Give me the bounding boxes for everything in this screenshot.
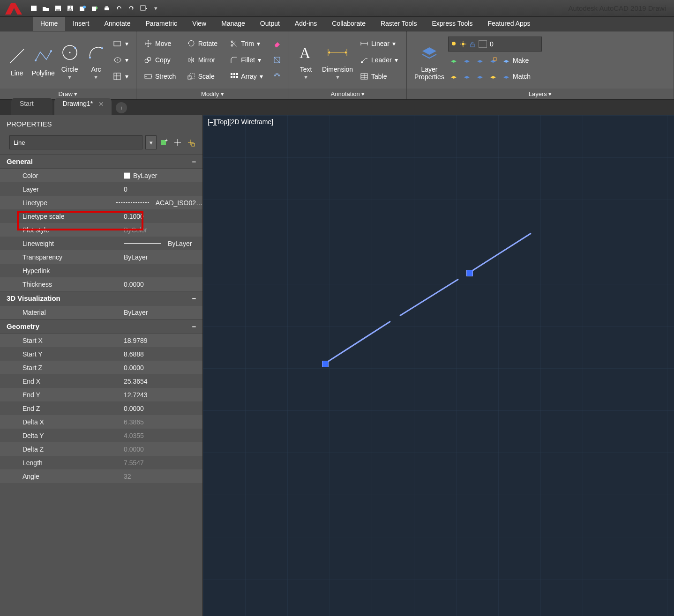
redo-icon[interactable] <box>126 3 137 14</box>
prop-deltay[interactable]: Delta Y4.0355 <box>0 429 202 442</box>
prop-material[interactable]: MaterialByLayer <box>0 305 202 319</box>
doctab-drawing1[interactable]: Drawing1*✕ <box>54 98 112 115</box>
copy-button[interactable]: Copy <box>142 53 181 67</box>
layer-d-button[interactable] <box>487 69 499 83</box>
qat-more-icon[interactable] <box>138 3 149 14</box>
plot-icon[interactable] <box>89 3 100 14</box>
web-icon[interactable] <box>77 3 88 14</box>
prop-deltax[interactable]: Delta X6.3865 <box>0 415 202 429</box>
panel-layers-title[interactable]: Layers ▾ <box>407 89 674 99</box>
tab-home[interactable]: Home <box>33 17 65 31</box>
prop-lineweight[interactable]: LineweightByLayer <box>0 237 202 250</box>
tab-express[interactable]: Express Tools <box>424 17 480 31</box>
close-icon[interactable]: ✕ <box>98 100 104 108</box>
qselect-icon[interactable] <box>186 137 196 148</box>
selected-line[interactable] <box>203 115 672 584</box>
selection-type-dropdown[interactable]: Line <box>9 135 142 149</box>
save-icon[interactable] <box>52 3 64 14</box>
drawing-canvas[interactable]: [–][Top][2D Wireframe] <box>203 115 674 616</box>
fillet-button[interactable]: Fillet ▾ <box>228 53 267 67</box>
print-icon[interactable] <box>101 3 112 14</box>
layerprops-button[interactable]: Layer Properties <box>411 34 448 86</box>
layer-b-button[interactable] <box>461 69 472 83</box>
prop-hyperlink[interactable]: Hyperlink <box>0 264 202 277</box>
grip-end[interactable] <box>466 270 473 276</box>
erase-button[interactable] <box>271 37 283 51</box>
tab-collaborate[interactable]: Collaborate <box>324 17 373 31</box>
qat-dropdown-icon[interactable]: ▾ <box>150 3 161 14</box>
group-3dviz[interactable]: 3D Visualization– <box>0 291 202 305</box>
collapse-icon[interactable]: – <box>192 322 196 330</box>
doctab-start[interactable]: Start <box>11 98 52 115</box>
prop-starty[interactable]: Start Y8.6888 <box>0 347 202 361</box>
prop-deltaz[interactable]: Delta Z0.0000 <box>0 442 202 456</box>
pickadd-icon[interactable]: + <box>159 137 170 148</box>
saveas-icon[interactable] <box>65 3 76 14</box>
prop-color[interactable]: ColorByLayer <box>0 169 202 182</box>
undo-icon[interactable] <box>113 3 125 14</box>
trim-button[interactable]: Trim ▾ <box>228 37 267 51</box>
panel-modify-title[interactable]: Modify ▾ <box>136 89 289 99</box>
polyline-button[interactable]: Polyline <box>30 34 56 86</box>
selection-dropdown-icon[interactable]: ▾ <box>145 135 157 149</box>
make-button[interactable]: Make <box>501 53 531 67</box>
prop-angle[interactable]: Angle32 <box>0 469 202 483</box>
hatch-button[interactable]: ▾ <box>111 69 130 83</box>
collapse-icon[interactable]: – <box>192 157 196 165</box>
tab-raster[interactable]: Raster Tools <box>373 17 425 31</box>
mirror-button[interactable]: Mirror <box>185 53 225 67</box>
text-button[interactable]: AText▾ <box>293 34 319 86</box>
tab-parametric[interactable]: Parametric <box>138 17 185 31</box>
prop-transparency[interactable]: TransparencyByLayer <box>0 250 202 264</box>
stretch-button[interactable]: Stretch <box>142 69 181 83</box>
collapse-icon[interactable]: – <box>192 294 196 302</box>
tab-manage[interactable]: Manage <box>214 17 253 31</box>
tab-view[interactable]: View <box>185 17 214 31</box>
panel-annotation-title[interactable]: Annotation ▾ <box>289 89 406 99</box>
group-geometry[interactable]: Geometry– <box>0 319 202 334</box>
array-button[interactable]: Array ▾ <box>228 69 267 83</box>
layer-iso-button[interactable] <box>448 53 459 67</box>
prop-startx[interactable]: Start X18.9789 <box>0 334 202 347</box>
group-general[interactable]: General– <box>0 154 202 169</box>
prop-endz[interactable]: End Z0.0000 <box>0 401 202 415</box>
app-logo[interactable] <box>2 0 26 16</box>
layer-a-button[interactable] <box>448 69 459 83</box>
tab-output[interactable]: Output <box>253 17 287 31</box>
scale-button[interactable]: Scale <box>185 69 225 83</box>
new-tab-button[interactable]: + <box>116 102 127 113</box>
prop-length[interactable]: Length7.5547 <box>0 456 202 469</box>
new-icon[interactable] <box>28 3 39 14</box>
explode-button[interactable] <box>271 53 283 67</box>
leader-button[interactable]: Leader ▾ <box>358 53 400 67</box>
tab-insert[interactable]: Insert <box>65 17 97 31</box>
prop-layer[interactable]: Layer0 <box>0 182 202 196</box>
linear-button[interactable]: Linear ▾ <box>358 37 400 51</box>
layer-lock-button[interactable] <box>474 53 486 67</box>
arc-button[interactable]: Arc▾ <box>83 34 109 86</box>
prop-endx[interactable]: End X25.3654 <box>0 374 202 388</box>
layer-c-button[interactable] <box>474 69 486 83</box>
prop-linetype[interactable]: LinetypeACAD_ISO02… <box>0 196 202 209</box>
ellipse-button[interactable]: ▾ <box>111 53 130 67</box>
layer-dropdown[interactable]: 0 <box>448 37 542 52</box>
tab-annotate[interactable]: Annotate <box>97 17 138 31</box>
offset-button[interactable] <box>271 69 283 83</box>
prop-endy[interactable]: End Y12.7243 <box>0 388 202 401</box>
select-icon[interactable] <box>172 137 183 148</box>
table-button[interactable]: Table <box>358 69 400 83</box>
move-button[interactable]: Move <box>142 37 181 51</box>
layer-off-button[interactable] <box>487 53 499 67</box>
grip-start[interactable] <box>322 361 329 367</box>
open-icon[interactable] <box>40 3 52 14</box>
prop-startz[interactable]: Start Z0.0000 <box>0 361 202 374</box>
prop-thickness[interactable]: Thickness0.0000 <box>0 277 202 291</box>
rotate-button[interactable]: Rotate <box>185 37 225 51</box>
rect-button[interactable]: ▾ <box>111 37 130 51</box>
layer-freeze-button[interactable] <box>461 53 472 67</box>
tab-addins[interactable]: Add-ins <box>287 17 324 31</box>
match-button[interactable]: Match <box>501 69 532 83</box>
line-button[interactable]: Line <box>4 34 30 86</box>
dimension-button[interactable]: Dimension▾ <box>319 34 356 86</box>
circle-button[interactable]: Circle▾ <box>57 34 83 86</box>
